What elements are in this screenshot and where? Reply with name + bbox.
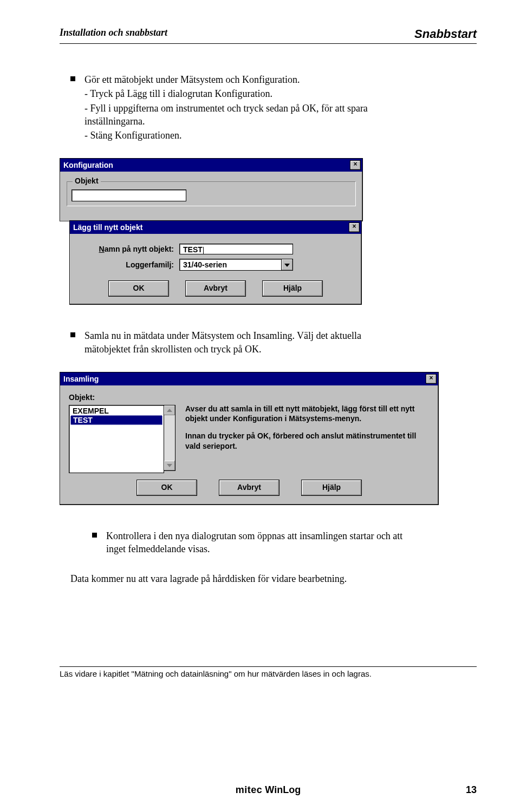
bullet-create-object: Gör ett mätobjekt under Mätsystem och Ko… <box>70 73 388 142</box>
list-item[interactable]: EXEMPEL <box>70 407 162 415</box>
insamling-info-text: Avser du att samla in till ett nytt mäto… <box>185 393 430 473</box>
add-object-title: Lägg till nytt objekt <box>73 223 142 232</box>
brand-mitec: mitec <box>236 784 263 795</box>
svg-marker-2 <box>167 464 172 467</box>
chevron-down-icon[interactable] <box>282 259 293 271</box>
scroll-down-icon[interactable] <box>164 461 175 470</box>
close-icon[interactable]: × <box>350 160 361 170</box>
objekt-groupbox: Objekt <box>67 181 356 206</box>
help-button[interactable]: Hjälp <box>262 280 323 297</box>
close-icon[interactable]: × <box>349 222 360 232</box>
family-combobox[interactable]: 31/40-serien <box>179 259 293 271</box>
bullet-sub3: - Stäng Konfigurationen. <box>84 129 388 142</box>
page-number: 13 <box>466 784 477 796</box>
bullet-sub1: - Tryck på Lägg till i dialogrutan Konfi… <box>84 87 388 100</box>
konfig-titlebar[interactable]: Konfiguration × <box>60 159 362 172</box>
objekt-label: Objekt: <box>69 393 176 402</box>
cancel-button[interactable]: Avbryt <box>185 280 246 297</box>
close-icon[interactable]: × <box>426 374 437 384</box>
family-value: 31/40-serien <box>179 259 282 271</box>
insamling-titlebar[interactable]: Insamling × <box>60 372 438 385</box>
page-footer: mitec WinLog 13 <box>60 784 477 796</box>
bullet-sub2: - Fyll i uppgifterna om instrumentet och… <box>84 102 388 128</box>
cancel-button[interactable]: Avbryt <box>219 480 280 496</box>
add-object-titlebar[interactable]: Lägg till nytt objekt × <box>70 221 361 234</box>
closing-text: Data kommer nu att vara lagrade på hårdd… <box>70 572 374 585</box>
guide-list-1: Gör ett mätobjekt under Mätsystem och Ko… <box>70 73 477 142</box>
header-right: Snabbstart <box>414 27 477 41</box>
name-input[interactable]: TEST <box>179 244 293 254</box>
konfig-title: Konfiguration <box>63 161 113 169</box>
listbox-scrollbar[interactable] <box>164 405 176 471</box>
guide-list-2: Samla nu in mätdata under Mätsystem och … <box>70 329 477 356</box>
ok-button[interactable]: OK <box>136 480 197 496</box>
help-button[interactable]: Hjälp <box>301 480 362 496</box>
brand-winlog: WinLog <box>265 784 301 795</box>
header-left: Installation och snabbstart <box>60 27 167 41</box>
bullet-check-dialog: Kontrollera i den nya dialogrutan som öp… <box>92 529 410 556</box>
bottom-note: Läs vidare i kapitlet "Mätning och datai… <box>60 666 477 678</box>
bullet-text: Gör ett mätobjekt under Mätsystem och Ko… <box>84 74 300 85</box>
objekt-input-placeholder[interactable] <box>72 189 186 201</box>
objekt-listbox[interactable]: EXEMPEL TEST <box>69 405 164 473</box>
svg-marker-1 <box>167 409 172 412</box>
konfiguration-dialog-outer: Konfiguration × Objekt Lägg till nytt ob… <box>60 158 363 305</box>
page-header: Installation och snabbstart Snabbstart <box>60 27 477 44</box>
groupbox-title: Objekt <box>73 176 101 185</box>
name-label: Namn på nytt objekt: <box>76 245 179 253</box>
scroll-up-icon[interactable] <box>164 405 175 415</box>
insamling-title: Insamling <box>63 375 99 383</box>
bullet-collect-data: Samla nu in mätdata under Mätsystem och … <box>70 329 388 356</box>
svg-marker-0 <box>284 264 290 267</box>
family-label: Loggerfamilj: <box>76 260 179 269</box>
list-item-selected[interactable]: TEST <box>70 415 162 425</box>
info-paragraph-2: Innan du trycker på OK, förbered och ans… <box>185 431 430 450</box>
insamling-dialog: Insamling × Objekt: EXEMPEL TEST <box>60 372 439 505</box>
guide-list-3: Kontrollera i den nya dialogrutan som öp… <box>92 529 477 556</box>
info-paragraph-1: Avser du att samla in till ett nytt mäto… <box>185 404 430 423</box>
ok-button[interactable]: OK <box>108 280 169 297</box>
scrollbar-track[interactable] <box>164 415 175 461</box>
